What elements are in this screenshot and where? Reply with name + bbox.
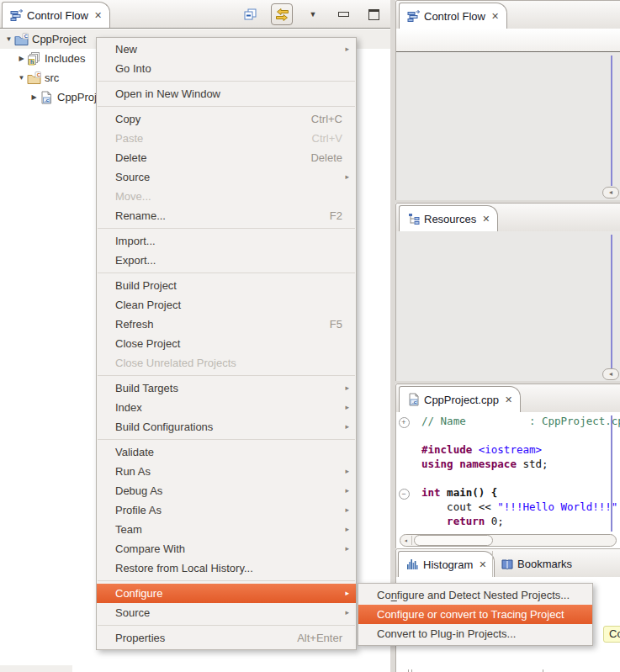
view-toolbar-strip (396, 29, 620, 52)
scroll-left-button[interactable]: ◂ (400, 536, 412, 545)
menu-item-configure-and-detect-nested-projects[interactable]: Configure and Detect Nested Projects... (358, 585, 592, 605)
tab-cppproject-cpp[interactable]: .c CppProject.cpp ✕ (399, 386, 521, 412)
close-icon[interactable]: ✕ (94, 10, 102, 21)
fold-margin (396, 443, 411, 458)
horizontal-scroll-button[interactable]: ◂ (602, 368, 619, 380)
menu-item-label: Properties (115, 632, 165, 644)
vertical-scrollbar[interactable] (611, 56, 612, 186)
resources-canvas[interactable]: ◂ (396, 231, 620, 381)
close-icon[interactable]: ✕ (479, 559, 486, 570)
control-flow-canvas[interactable]: ◂ (396, 52, 620, 200)
menu-separator (98, 81, 355, 82)
horizontal-scrollbar[interactable]: ◂ (400, 534, 617, 547)
expand-arrow-icon[interactable]: ▶ (16, 55, 27, 62)
menu-item-import[interactable]: Import... (97, 231, 356, 251)
code-text: // Name : CppProject.cpp (411, 415, 620, 429)
vertical-scrollbar[interactable] (611, 235, 612, 368)
cpp-project-folder-icon: C (14, 33, 29, 46)
menu-item-restore-from-local-history[interactable]: Restore from Local History... (97, 558, 356, 578)
tab-label: Control Flow (424, 10, 485, 23)
bookmarks-icon (501, 558, 514, 571)
collapse-arrow-icon[interactable]: ▼ (3, 35, 14, 43)
menu-item-compare-with[interactable]: Compare With▸ (97, 539, 356, 558)
view-menu-button[interactable]: ▼ (303, 4, 323, 24)
menu-item-team[interactable]: Team▸ (97, 520, 356, 539)
link-with-editor-button[interactable] (271, 3, 293, 25)
collapse-arrow-icon[interactable]: ▼ (16, 74, 27, 82)
menu-item-shortcut: Ctrl+V (312, 129, 342, 148)
scrollbar-thumb[interactable] (414, 535, 493, 546)
histogram-icon (406, 558, 420, 571)
menu-item-validate[interactable]: Validate (97, 442, 356, 462)
menu-item-refresh[interactable]: RefreshF5 (97, 315, 356, 334)
code-text: cout << "!!!Hello World!!!" (411, 500, 617, 515)
collapse-all-button[interactable] (241, 4, 261, 24)
menu-item-rename[interactable]: Rename...F2 (97, 206, 356, 225)
menu-item-build-targets[interactable]: Build Targets▸ (97, 378, 356, 398)
tab-histogram[interactable]: Histogram ✕ (398, 551, 495, 577)
maximize-icon (368, 9, 379, 20)
menu-item-label: Configure and Detect Nested Projects... (377, 589, 570, 601)
menu-item-index[interactable]: Index▸ (97, 398, 356, 417)
fold-expanded-icon[interactable]: − (396, 486, 411, 500)
menu-item-build-configurations[interactable]: Build Configurations▸ (97, 417, 356, 437)
tab-resources[interactable]: Resources ✕ (399, 205, 498, 231)
tab-control-flow-right[interactable]: Control Flow ✕ (399, 3, 507, 29)
menu-item-convert-to-plug-in-projects[interactable]: Convert to Plug-in Projects... (358, 624, 592, 643)
menu-item-close-unrelated-projects: Close Unrelated Projects (97, 353, 356, 373)
vertical-scrollbar[interactable] (611, 415, 612, 532)
fold-margin (396, 500, 411, 515)
menu-item-shortcut: Ctrl+C (311, 109, 342, 129)
code-line (396, 472, 620, 486)
menu-item-label: Validate (115, 446, 154, 458)
menu-item-debug-as[interactable]: Debug As▸ (97, 481, 356, 500)
menu-item-label: Export... (115, 254, 156, 267)
expand-arrow-icon[interactable]: ▶ (29, 93, 40, 101)
minimize-button[interactable] (333, 4, 353, 24)
menu-item-export[interactable]: Export... (97, 251, 356, 270)
menu-item-open-in-new-window[interactable]: Open in New Window (97, 84, 356, 103)
submenu-arrow-icon: ▸ (345, 520, 349, 539)
menu-item-label: Profile As (115, 504, 162, 516)
tree-item-label: src (45, 71, 59, 84)
code-line: return 0; (396, 515, 620, 529)
menu-item-run-as[interactable]: Run As▸ (97, 462, 356, 481)
menu-item-label: Refresh (115, 318, 154, 331)
menu-item-copy[interactable]: CopyCtrl+C (97, 109, 356, 129)
fold-collapsed-icon[interactable]: + (396, 415, 411, 429)
fold-margin (396, 429, 411, 443)
menu-item-build-project[interactable]: Build Project (97, 276, 356, 295)
menu-item-new[interactable]: New▸ (97, 40, 356, 59)
menu-item-configure-or-convert-to-tracing-project[interactable]: Configure or convert to Tracing Project (358, 605, 592, 624)
code-line: #include <iostream> (396, 443, 620, 458)
menu-item-go-into[interactable]: Go Into (97, 59, 356, 78)
menu-item-delete[interactable]: DeleteDelete (97, 148, 356, 167)
code-editor[interactable]: +// Name : CppProject.cpp#include <iostr… (396, 412, 620, 548)
horizontal-scroll-button[interactable]: ◂ (602, 187, 619, 198)
menu-item-source[interactable]: Source▸ (97, 603, 356, 622)
menu-item-label: Build Targets (115, 382, 178, 394)
maximize-button[interactable] (363, 4, 384, 24)
menu-item-clean-project[interactable]: Clean Project (97, 295, 356, 315)
menu-item-label: Clean Project (115, 299, 181, 311)
tree-item-label: CppProj (57, 91, 97, 103)
menu-item-close-project[interactable]: Close Project (97, 334, 356, 353)
menu-item-label: Rename... (115, 209, 166, 222)
menu-item-properties[interactable]: PropertiesAlt+Enter (97, 628, 356, 648)
menu-item-profile-as[interactable]: Profile As▸ (97, 500, 356, 520)
tab-control-flow-left[interactable]: Control Flow ✕ (2, 2, 110, 28)
eclipse-window: Control Flow ✕ (0, 0, 620, 672)
menu-item-configure[interactable]: Configure▸ (97, 584, 356, 603)
close-icon[interactable]: ✕ (505, 394, 512, 405)
c-file-icon: .c (40, 91, 54, 104)
menu-item-source[interactable]: Source▸ (97, 167, 356, 187)
tab-bookmarks[interactable]: Bookmarks (492, 551, 584, 577)
menu-item-label: Compare With (115, 542, 185, 555)
c-file-icon: .c (407, 393, 421, 406)
close-icon[interactable]: ✕ (482, 214, 490, 225)
tab-label: Bookmarks (517, 558, 572, 570)
tab-label: CppProject.cpp (424, 394, 499, 406)
submenu-arrow-icon: ▸ (345, 584, 349, 603)
close-icon[interactable]: ✕ (491, 11, 499, 22)
menu-item-label: Debug As (115, 484, 162, 497)
